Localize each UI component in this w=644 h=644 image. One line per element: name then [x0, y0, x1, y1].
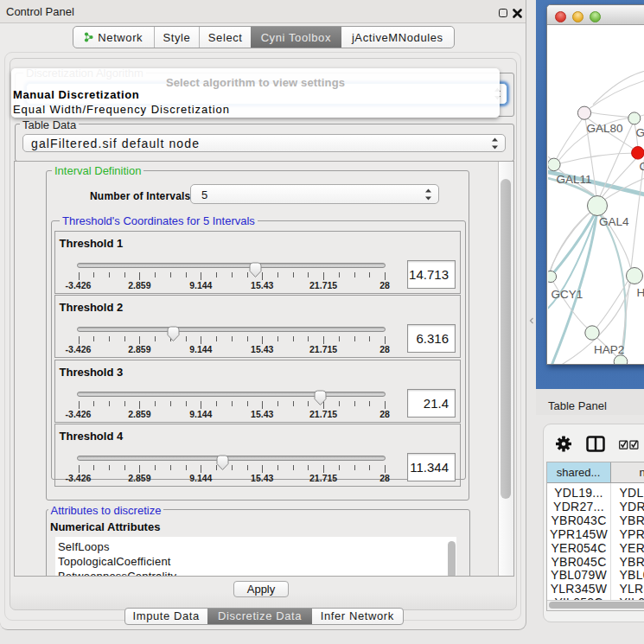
- svg-text:GAL11: GAL11: [556, 173, 591, 186]
- svg-text:H: H: [636, 286, 644, 299]
- svg-text:GAL4: GAL4: [599, 215, 629, 228]
- svg-text:G.: G.: [635, 126, 644, 139]
- svg-text:HAP2: HAP2: [594, 343, 624, 356]
- svg-text:C: C: [639, 160, 644, 173]
- svg-text:GCY1: GCY1: [551, 288, 583, 301]
- svg-text:GAL80: GAL80: [586, 122, 622, 135]
